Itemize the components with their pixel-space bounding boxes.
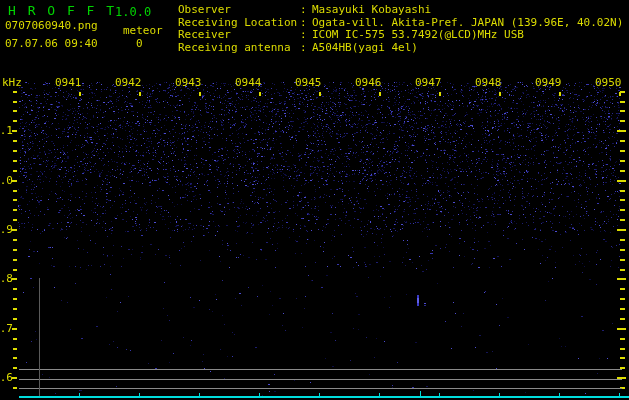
level-reference-line [19, 369, 622, 370]
colon-separator: : [300, 4, 312, 17]
baseline-minute-uptick [319, 393, 320, 396]
signal-spike [420, 391, 421, 396]
freq-minor-tick-right [620, 101, 625, 103]
freq-minor-tick-right [620, 91, 625, 93]
freq-minor-tick [13, 160, 17, 162]
info-row: Observer:Masayuki Kobayashi [178, 4, 626, 17]
freq-major-tick-right [617, 229, 626, 231]
baseline-minute-uptick [559, 393, 560, 396]
meteor-count: 0 [136, 38, 143, 50]
freq-minor-tick [13, 110, 17, 112]
freq-minor-tick [13, 338, 17, 340]
freq-minor-tick [13, 308, 17, 310]
minute-tick [499, 92, 501, 96]
freq-minor-tick [13, 209, 17, 211]
freq-minor-tick [13, 298, 17, 300]
freq-minor-tick-right [620, 338, 625, 340]
freq-minor-tick [13, 357, 17, 359]
freq-minor-tick-right [620, 209, 625, 211]
info-value: Masayuki Kobayashi [312, 4, 626, 17]
freq-minor-tick [13, 199, 17, 201]
baseline-minute-uptick [499, 393, 500, 396]
baseline-minute-uptick [439, 393, 440, 396]
freq-minor-tick-right [620, 357, 625, 359]
freq-minor-tick-right [620, 219, 625, 221]
freq-minor-tick [13, 318, 17, 320]
freq-minor-tick [13, 288, 17, 290]
hrofft-screen: H R O F F T 1.0.0 0707060940.png meteor … [0, 0, 629, 400]
freq-minor-tick [13, 101, 17, 103]
freq-major-tick-right [617, 328, 626, 330]
freq-axis-unit: kHz [2, 77, 22, 89]
freq-major-tick [12, 278, 17, 280]
freq-minor-tick-right [620, 308, 625, 310]
freq-minor-tick [13, 249, 17, 251]
freq-minor-tick-right [620, 318, 625, 320]
colon-separator: : [300, 42, 312, 55]
info-label: Observer [178, 4, 300, 17]
freq-major-tick [12, 130, 17, 132]
baseline-minute-uptick [379, 393, 380, 396]
spectrogram-canvas [0, 0, 629, 400]
time-label: 0949 [535, 77, 567, 89]
info-row: Receiving antenna:A504HB(yagi 4el) [178, 42, 626, 55]
freq-minor-tick [13, 150, 17, 152]
time-label: 0950 [595, 77, 627, 89]
freq-minor-tick-right [620, 199, 625, 201]
minute-tick [139, 92, 141, 96]
time-label: 0948 [475, 77, 507, 89]
level-scale-line [39, 278, 40, 398]
baseline-minute-uptick [199, 393, 200, 396]
baseline-minute-uptick [259, 393, 260, 396]
app-title: H R O F F T [8, 3, 116, 18]
time-label: 0944 [235, 77, 267, 89]
freq-major-tick [12, 229, 17, 231]
station-info: Observer:Masayuki KobayashiReceiving Loc… [178, 4, 626, 55]
minute-tick [439, 92, 441, 96]
freq-minor-tick-right [620, 140, 625, 142]
freq-minor-tick [13, 190, 17, 192]
freq-minor-tick [13, 91, 17, 93]
freq-minor-tick-right [620, 190, 625, 192]
freq-minor-tick [13, 348, 17, 350]
time-label: 0945 [295, 77, 327, 89]
minute-tick [319, 92, 321, 96]
freq-minor-tick [13, 140, 17, 142]
baseline-minute-uptick [619, 393, 620, 396]
freq-minor-tick-right [620, 348, 625, 350]
freq-minor-tick-right [620, 150, 625, 152]
freq-minor-tick-right [620, 110, 625, 112]
minute-tick [199, 92, 201, 96]
minute-tick [79, 92, 81, 96]
freq-minor-tick-right [620, 288, 625, 290]
filename: 0707060940.png [5, 20, 98, 32]
signal-level-baseline [19, 396, 629, 398]
mode-label: meteor [123, 25, 163, 37]
freq-minor-tick-right [620, 170, 625, 172]
freq-minor-tick-right [620, 298, 625, 300]
freq-minor-tick-right [620, 269, 625, 271]
datetime: 07.07.06 09:40 [5, 38, 98, 50]
freq-minor-tick-right [620, 120, 625, 122]
freq-minor-tick-right [620, 259, 625, 261]
freq-minor-tick [13, 239, 17, 241]
freq-major-tick-right [617, 278, 626, 280]
freq-minor-tick [13, 367, 17, 369]
minute-tick [379, 92, 381, 96]
time-label: 0947 [415, 77, 447, 89]
baseline-minute-uptick [79, 393, 80, 396]
time-label: 0946 [355, 77, 387, 89]
time-label: 0941 [55, 77, 87, 89]
time-label: 0943 [175, 77, 207, 89]
freq-minor-tick-right [620, 160, 625, 162]
freq-major-tick-right [617, 130, 626, 132]
level-reference-line [19, 388, 622, 389]
baseline-minute-uptick [139, 393, 140, 396]
info-value: A504HB(yagi 4el) [312, 42, 626, 55]
freq-major-tick [12, 328, 17, 330]
freq-minor-tick [13, 219, 17, 221]
freq-minor-tick [13, 120, 17, 122]
freq-minor-tick-right [620, 239, 625, 241]
freq-minor-tick [13, 170, 17, 172]
time-label: 0942 [115, 77, 147, 89]
